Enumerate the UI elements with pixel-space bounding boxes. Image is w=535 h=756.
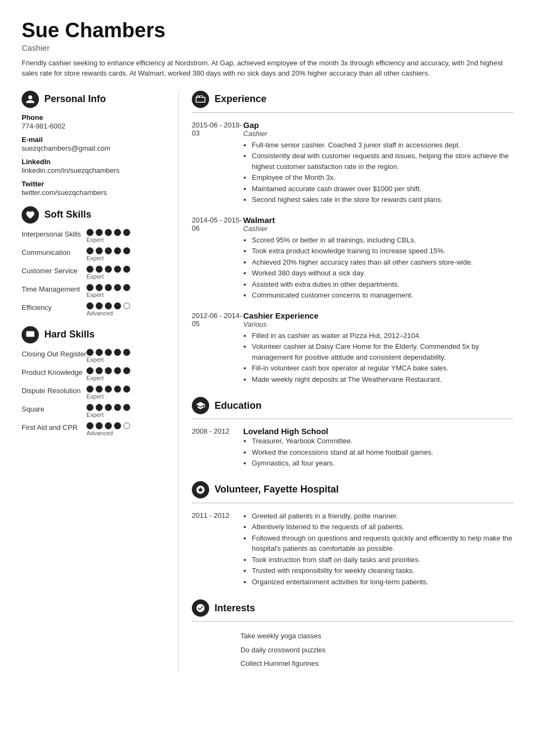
experience-header: Experience xyxy=(192,91,513,108)
info-value: 774-981-6002 xyxy=(22,122,163,130)
dot-filled xyxy=(105,422,112,429)
dot-filled xyxy=(86,386,93,393)
skill-right: Advanced xyxy=(86,302,130,316)
skill-dots xyxy=(86,229,130,236)
skill-name: Customer Service xyxy=(22,266,86,275)
svg-rect-0 xyxy=(26,331,35,337)
skill-dots xyxy=(86,386,130,393)
exp-bullet: Assisted with extra duties in other depa… xyxy=(252,279,513,290)
dot-filled xyxy=(96,422,103,429)
personal-info-fields: Phone774-981-6002E-mailsuezqchambers@gma… xyxy=(22,113,163,197)
info-value: linkedin.com/in/suezqchambers xyxy=(22,166,163,174)
skill-dots xyxy=(86,302,130,309)
edu-bullet: Worked the concessions stand at all home… xyxy=(252,447,513,458)
exp-bullet: Consistently deal with customer requests… xyxy=(252,151,513,172)
exp-content: Cashier ExperienceVariousFilled in as ca… xyxy=(243,311,513,386)
interests-icon xyxy=(192,599,209,617)
dot-filled xyxy=(123,229,130,236)
soft-skills-icon xyxy=(22,206,39,224)
skill-name: Product Knowledge xyxy=(22,367,86,376)
dot-filled xyxy=(96,349,103,356)
interest-item: Collect Hummel figurines xyxy=(192,657,513,671)
edu-school: Loveland High School xyxy=(243,427,513,436)
skill-level: Advanced xyxy=(86,310,113,316)
skill-row: Time ManagementExpert xyxy=(22,284,163,298)
dot-filled xyxy=(86,404,93,411)
info-label: Phone xyxy=(22,113,163,122)
dot-empty xyxy=(123,422,130,429)
edu-dates: 2008 - 2012 xyxy=(192,427,243,469)
experience-divider xyxy=(192,112,513,113)
skill-dots xyxy=(86,367,130,374)
exp-bullet: Took extra product knowledge training to… xyxy=(252,246,513,256)
soft-skills-title: Soft Skills xyxy=(44,209,91,220)
experience-icon xyxy=(192,91,209,108)
skill-level: Expert xyxy=(86,273,104,280)
skill-right: Expert xyxy=(86,266,130,280)
vol-bullet: Attentively listened to the requests of … xyxy=(252,522,513,532)
dot-filled xyxy=(96,266,103,273)
dot-filled xyxy=(105,247,112,254)
hard-skills-list: Closing Out RegisterExpertProduct Knowle… xyxy=(22,349,163,436)
main-content: Personal Info Phone774-981-6002E-mailsue… xyxy=(22,91,513,671)
skill-row: Interpersonal SkillsExpert xyxy=(22,229,163,243)
exp-dates: 2012-06 - 2014-05 xyxy=(192,311,243,386)
info-value: twitter.com/suezqchambers xyxy=(22,188,163,197)
dot-filled xyxy=(114,422,121,429)
skill-dots xyxy=(86,349,130,356)
soft-skills-header: Soft Skills xyxy=(22,206,163,224)
dot-filled xyxy=(96,302,103,309)
skill-name: Dispute Resolution xyxy=(22,386,86,395)
dot-filled xyxy=(96,367,103,374)
personal-info-icon xyxy=(22,91,39,108)
skill-level: Expert xyxy=(86,393,104,400)
edu-content: Loveland High SchoolTreasurer, Yearbook … xyxy=(243,427,513,469)
dot-filled xyxy=(114,302,121,309)
experience-entry: 2012-06 - 2014-05Cashier ExperienceVario… xyxy=(192,311,513,386)
exp-bullet: Volunteer cashier at Daisy Care Home for… xyxy=(252,341,513,362)
skill-level: Expert xyxy=(86,356,104,363)
hard-skills-icon xyxy=(22,326,39,343)
skill-name: First Aid and CPR xyxy=(22,422,86,431)
education-title: Education xyxy=(215,400,262,411)
experience-entries: 2015-06 - 2018-03GapCashierFull-time sen… xyxy=(192,120,513,386)
vol-bullet: Organized entertainment activities for l… xyxy=(252,577,513,588)
exp-bullet: Second highest sales rate in the store f… xyxy=(252,194,513,205)
dot-filled xyxy=(105,229,112,236)
dot-filled xyxy=(123,386,130,393)
vol-bullet: Greeted all patients in a friendly, poli… xyxy=(252,511,513,522)
exp-dates: 2014-05 - 2015-06 xyxy=(192,215,243,301)
dot-filled xyxy=(114,367,121,374)
skill-level: Expert xyxy=(86,292,104,298)
vol-bullets: Greeted all patients in a friendly, poli… xyxy=(243,511,513,588)
skill-right: Expert xyxy=(86,349,130,363)
volunteer-icon xyxy=(192,481,209,498)
candidate-summary: Friendly cashier seeking to enhance effi… xyxy=(22,58,513,79)
candidate-name: Sue Chambers xyxy=(22,19,513,42)
right-column: Experience 2015-06 - 2018-03GapCashierFu… xyxy=(178,91,513,671)
experience-title: Experience xyxy=(215,93,266,105)
resume-header: Sue Chambers Cashier Friendly cashier se… xyxy=(22,19,513,79)
dot-filled xyxy=(96,229,103,236)
dot-filled xyxy=(123,349,130,356)
info-label: E-mail xyxy=(22,136,163,144)
dot-filled xyxy=(96,404,103,411)
interest-item: Take weekly yoga classes xyxy=(192,629,513,643)
exp-dates: 2015-06 - 2018-03 xyxy=(192,120,243,206)
skill-right: Expert xyxy=(86,229,130,243)
exp-content: WalmartCashierScored 95% or better in al… xyxy=(243,215,513,301)
dot-filled xyxy=(105,386,112,393)
dot-filled xyxy=(105,349,112,356)
info-value: suezqchambers@gmail.com xyxy=(22,144,163,152)
hard-skills-header: Hard Skills xyxy=(22,326,163,343)
info-label: Twitter xyxy=(22,180,163,188)
skill-row: Closing Out RegisterExpert xyxy=(22,349,163,363)
dot-filled xyxy=(123,284,130,291)
interest-item: Do daily crossword puzzles xyxy=(192,643,513,657)
education-header: Education xyxy=(192,397,513,414)
dot-filled xyxy=(96,284,103,291)
dot-filled xyxy=(86,247,93,254)
edu-bullets: Treasurer, Yearbook Committee.Worked the… xyxy=(243,436,513,469)
skill-name: Interpersonal Skills xyxy=(22,229,86,238)
dot-filled xyxy=(114,284,121,291)
